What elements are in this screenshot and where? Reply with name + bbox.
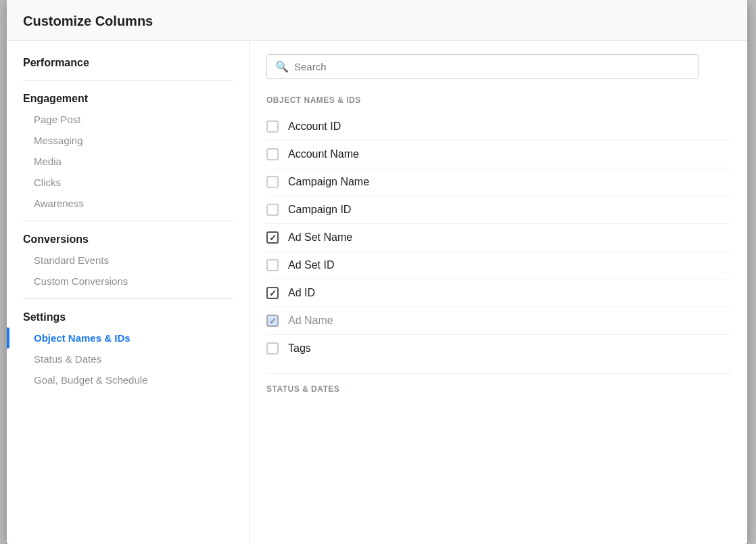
checkbox-label-ad-set-name: Ad Set Name [288,231,352,244]
checkbox-account-id[interactable] [266,120,279,133]
sidebar-item-page-post[interactable]: Page Post [7,109,250,130]
checkbox-row-account-name[interactable]: Account Name [266,141,731,168]
sidebar-section-settings: Settings [7,306,250,327]
checkbox-label-tags: Tags [288,342,311,355]
checkbox-ad-set-name[interactable]: ✓ [266,231,279,244]
sidebar-section-engagement: Engagement [7,87,250,109]
checkbox-campaign-id[interactable] [266,204,279,216]
search-bar-wrapper: 🔍 [266,54,731,79]
section1-label: OBJECT NAMES & IDS [266,93,731,105]
sidebar-item-goal,-budget-schedule[interactable]: Goal, Budget & Schedule [7,369,250,390]
checkbox-account-name[interactable] [266,148,279,160]
sidebar-item-standard-events[interactable]: Standard Events [7,250,250,271]
sidebar-section-conversions: Conversions [7,228,250,250]
checkbox-row-campaign-name[interactable]: Campaign Name [266,168,731,196]
checkbox-label-campaign-id: Campaign ID [288,204,351,216]
checkbox-row-ad-name[interactable]: ✓Ad Name [266,307,731,335]
content-area: 🔍 OBJECT NAMES & IDS Account IDAccount N… [250,41,747,544]
checkbox-row-tags[interactable]: Tags [266,335,731,362]
sidebar-item-media[interactable]: Media [7,151,250,172]
checkbox-row-campaign-id[interactable]: Campaign ID [266,196,731,224]
checkbox-label-account-name: Account Name [288,148,359,160]
checkbox-label-account-id: Account ID [288,120,341,133]
checkboxes-container: Account IDAccount NameCampaign NameCampa… [266,113,731,362]
modal-header: Customize Columns [7,0,747,41]
sidebar-item-awareness[interactable]: Awareness [7,193,250,214]
checkbox-ad-set-id[interactable] [266,259,279,271]
checkbox-row-ad-id[interactable]: ✓Ad ID [266,279,731,307]
checkbox-campaign-name[interactable] [266,176,279,188]
checkbox-row-account-id[interactable]: Account ID [266,113,731,141]
sidebar-item-status-dates[interactable]: Status & Dates [7,348,250,369]
checkbox-ad-name[interactable]: ✓ [266,315,279,327]
checkbox-row-ad-set-id[interactable]: Ad Set ID [266,252,731,279]
sidebar-divider-8 [23,221,233,221]
sidebar-item-custom-conversions[interactable]: Custom Conversions [7,271,250,292]
section2-label: STATUS & DATES [266,382,731,394]
section-divider [266,373,731,373]
checkbox-row-ad-set-name[interactable]: ✓Ad Set Name [266,224,731,252]
checkbox-tags[interactable] [266,342,279,355]
checkbox-label-campaign-name: Campaign Name [288,176,369,188]
modal-body: PerformanceEngagementPage PostMessagingM… [7,41,747,544]
checkbox-label-ad-id: Ad ID [288,287,315,299]
checkbox-label-ad-name: Ad Name [288,315,333,327]
search-bar[interactable]: 🔍 [266,54,699,79]
sidebar-item-messaging[interactable]: Messaging [7,130,250,151]
sidebar-divider-1 [23,80,233,81]
checkbox-ad-id[interactable]: ✓ [266,287,279,299]
sidebar-item-clicks[interactable]: Clicks [7,172,250,193]
customize-columns-modal: Customize Columns PerformanceEngagementP… [7,0,747,544]
search-icon: 🔍 [275,60,289,73]
sidebar-divider-12 [23,298,233,299]
sidebar: PerformanceEngagementPage PostMessagingM… [7,41,250,544]
sidebar-item-object-names-ids[interactable]: Object Names & IDs [7,327,250,348]
sidebar-section-performance: Performance [7,51,250,73]
checkbox-label-ad-set-id: Ad Set ID [288,259,334,271]
modal-title: Customize Columns [23,14,153,28]
search-input[interactable] [294,61,690,72]
